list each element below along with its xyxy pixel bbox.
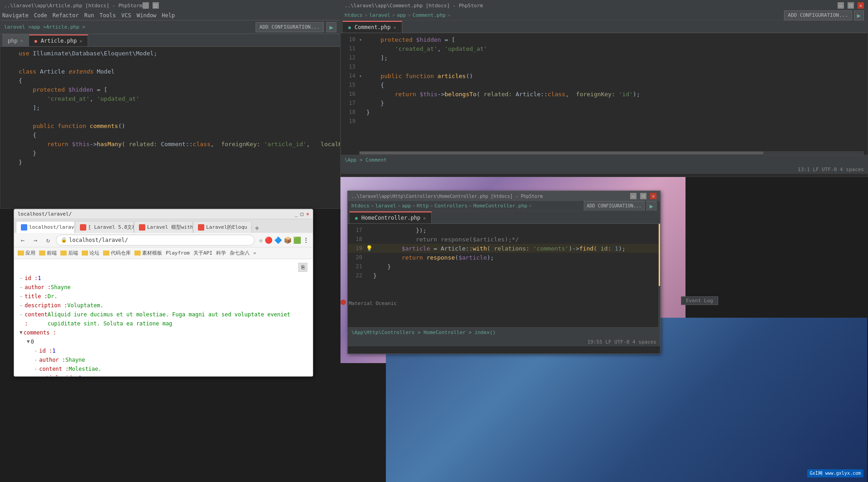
window-article: ..\laravel\app\Article.php [htdocs] - Ph… [0, 0, 340, 209]
menu-vcs[interactable]: VCS [121, 12, 131, 19]
h-scrollbar-comment[interactable] [359, 151, 864, 155]
code-area-article: use Illuminate\Database\Eloquent\Model; … [0, 47, 340, 198]
menu-help[interactable]: Help [162, 12, 175, 19]
bookmark-forum[interactable]: 论坛 [82, 250, 99, 256]
new-tab-btn[interactable]: + [252, 223, 262, 233]
bookmark-code-label: 代码仓库 [111, 250, 131, 256]
browser-tab-label-3: Laravel的Eloqu [206, 224, 247, 231]
tab-article-php[interactable]: ● Article.php ✕ [29, 34, 89, 46]
browser-nav-bar: ← → ↻ 🔒 localhost/laravel/ ☆ 🔴 🔷 📦 🟩 ⋮ [14, 233, 313, 247]
bookmark-api[interactable]: 关于API [193, 250, 212, 256]
code-line-8 [0, 112, 340, 121]
bookmark-material[interactable]: 素材模板 [134, 250, 162, 256]
restore-btn-home[interactable]: ❐ [640, 193, 646, 199]
add-config-btn-article[interactable]: ADD CONFIGURATION... [256, 22, 324, 32]
breadcrumb-file-article: Article.php > [46, 24, 85, 30]
browser-tab-2[interactable]: Laravel 模型with ✕ [134, 221, 193, 233]
json-line-desc: - description : Voluptatem. [20, 301, 307, 310]
browser-content-header: ⎘ [20, 263, 307, 272]
menu-code[interactable]: Code [34, 12, 47, 19]
tab-comment-label: Comment.php [355, 24, 390, 30]
bookmark-playfrom-label: Playfrom [166, 250, 190, 256]
h-line-22: 22 } [348, 271, 660, 280]
url-bar[interactable]: 🔒 localhost/laravel/ [56, 235, 255, 246]
tab-php[interactable]: php ✕ [2, 34, 29, 46]
browser-tab-icon-3 [198, 224, 204, 231]
json-comment-0-content: - content : Molestiae. [20, 364, 307, 374]
bookmark-star-icon[interactable]: ☆ [259, 236, 263, 244]
minimize-btn[interactable]: _ [143, 2, 149, 9]
h-line-17: 17 }); [348, 226, 660, 235]
browser-max-btn[interactable]: □ [301, 211, 304, 217]
bookmarks-more-btn[interactable]: » [253, 250, 256, 256]
code-line-2 [0, 58, 340, 67]
extension-icon-3[interactable]: 📦 [284, 236, 291, 244]
bookmark-apps[interactable]: 应用 [18, 250, 35, 256]
close-tab-home[interactable]: ✕ [423, 216, 426, 221]
close-btn-home[interactable]: ✕ [650, 193, 656, 199]
bookmark-science[interactable]: 科学 [216, 250, 226, 256]
expand-comment-0-btn[interactable]: ▼ [27, 337, 30, 346]
win-controls-home: — ❐ ✕ [630, 193, 656, 199]
maximize-btn[interactable]: □ [153, 2, 159, 9]
bookmark-frontend[interactable]: 前端 [39, 250, 57, 256]
close-tab-comment[interactable]: ✕ [394, 25, 396, 30]
browser-content[interactable]: ⎘ - id : 1 - author : Shayne - title : D… [14, 259, 313, 376]
tab-comment-php[interactable]: ● Comment.php ✕ [343, 21, 402, 33]
add-config-btn-comment[interactable]: ADD CONFIGURATION... [784, 10, 852, 20]
gxi-logo: GxI网 www.gxlyx.com [807, 469, 863, 477]
run-btn-article[interactable]: ▶ [326, 22, 336, 32]
minimize-btn-home[interactable]: — [630, 193, 636, 199]
menu-window[interactable]: Window [137, 12, 156, 19]
c-line-10: 10 ▾ protected $hidden = [ [341, 35, 868, 44]
bc-controllers-home: Controllers [434, 203, 468, 209]
bookmark-api-label: 关于API [193, 250, 212, 256]
run-btn-comment[interactable]: ▶ [854, 10, 864, 20]
extension-icon-2[interactable]: 🔷 [274, 236, 282, 244]
menu-run[interactable]: Run [84, 12, 94, 19]
close-btn-comment[interactable]: ✕ [858, 2, 864, 9]
add-config-btn-home[interactable]: ADD CONFIGURATION... [584, 201, 645, 211]
close-tab-article[interactable]: ✕ [79, 39, 82, 44]
browser-close-btn[interactable]: ✕ [306, 211, 309, 217]
json-line-comment-0-open: ▼ 0 [20, 337, 307, 346]
menu-dots-icon[interactable]: ⋮ [303, 236, 309, 244]
tab-homecontroller[interactable]: ● HomeController.php ✕ [350, 211, 432, 223]
extension-icon-4[interactable]: 🟩 [293, 236, 301, 244]
bookmark-folder-icon-2 [39, 251, 45, 256]
event-log-btn[interactable]: Event Log [681, 296, 718, 305]
menu-tools[interactable]: Tools [99, 12, 116, 19]
json-comment-0-id: - id : 1 [20, 346, 307, 355]
comment-window-title: ..\laravel\app\Comment.php [htdocs] - Ph… [345, 3, 483, 9]
bookmark-misc[interactable]: 杂七杂八 [230, 250, 250, 256]
browser-forward-btn[interactable]: → [30, 235, 40, 245]
bookmark-playfrom[interactable]: Playfrom [166, 250, 190, 256]
copy-btn[interactable]: ⎘ [298, 263, 307, 272]
code-line-13: } [0, 157, 340, 167]
browser-tab-1[interactable]: [ Laravel 5.8文档 ✕ [75, 221, 134, 233]
tab-article-label: Article.php [41, 38, 77, 44]
close-tab-php[interactable]: ✕ [20, 38, 23, 43]
bookmark-backend[interactable]: 后端 [60, 250, 78, 256]
bc-htdocs-home: htdocs [351, 203, 370, 209]
browser-tab-3[interactable]: Laravel的Eloqu ✕ [193, 221, 252, 233]
scroll-accent [659, 224, 660, 286]
home-status-bar: 19:55 LF UTF-8 4 spaces [348, 337, 660, 346]
menu-navigate[interactable]: Navigate [2, 12, 29, 19]
bookmark-code[interactable]: 代码仓库 [103, 250, 131, 256]
h-line-18: 18 return response($articles);*/ [348, 235, 660, 244]
browser-min-btn[interactable]: _ [295, 211, 298, 217]
extension-icon-1[interactable]: 🔴 [265, 236, 272, 244]
h-line-20: 20 return response($article); [348, 253, 660, 262]
expand-comments-btn[interactable]: ▼ [20, 328, 23, 337]
minimize-btn-comment[interactable]: — [838, 2, 844, 9]
tab-article-icon: ● [35, 39, 37, 44]
browser-refresh-btn[interactable]: ↻ [43, 235, 53, 245]
browser-back-btn[interactable]: ← [18, 235, 28, 245]
window-browser: localhost/laravel/ _ □ ✕ localhost/larav… [14, 209, 313, 377]
restore-btn-comment[interactable]: ❐ [848, 2, 854, 9]
run-btn-home[interactable]: ▶ [646, 201, 656, 211]
menu-refactor[interactable]: Refactor [53, 12, 79, 19]
browser-tab-0[interactable]: localhost/larave ✕ [16, 221, 75, 233]
code-line-11: return $this->hasMany( related: Comment:… [0, 139, 340, 148]
